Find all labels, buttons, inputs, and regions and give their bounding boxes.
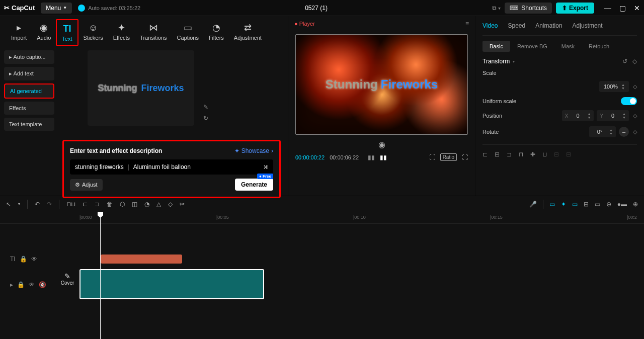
crop-frame-icon[interactable]: ✂ [180,201,185,208]
magnet-icon[interactable]: ▭ [549,201,555,208]
video-clip[interactable] [79,269,264,299]
tab-audio[interactable]: ◉Audio [32,19,56,46]
tab-captions[interactable]: ▭Captions [172,19,203,46]
delete-icon[interactable]: 🗑 [107,201,113,208]
generate-button[interactable]: ● Free Generate [235,179,273,191]
subtab-basic[interactable]: Basic [482,41,510,52]
eye-icon[interactable]: 👁 [31,256,37,263]
playhead[interactable] [100,212,101,339]
trim-left-icon[interactable]: ⊏ [83,201,88,208]
align-right-icon[interactable]: ⊐ [507,151,512,158]
tab-stickers[interactable]: ☺Stickers [78,19,108,46]
tab-text[interactable]: TIText [56,19,78,46]
timeline-ruler[interactable]: |00:00 |00:05 |00:10 |00:15 |00:2 [0,212,644,224]
player-menu-icon[interactable]: ≡ [465,20,469,27]
reset-icon[interactable]: ↺ [622,58,627,65]
align-center-v-icon[interactable]: ✚ [530,151,535,158]
align-bottom-icon[interactable]: ⊔ [542,151,547,158]
maximize-button[interactable]: ▢ [619,4,626,12]
crop-tool-icon[interactable]: ◫ [132,201,137,208]
link-icon[interactable]: ▭ [572,201,578,208]
properties-panel: Video Speed Animation Adjustment Basic R… [475,16,644,196]
mirror-icon[interactable]: △ [156,201,161,208]
tab-effects[interactable]: ✦Effects [108,19,135,46]
align-left-icon[interactable]: ⊏ [482,151,488,158]
showcase-link[interactable]: ✦ Showcase › [234,147,273,154]
cover-button[interactable]: ✎ Cover [57,272,77,286]
props-tab-video[interactable]: Video [482,22,498,29]
subtab-removebg[interactable]: Remove BG [510,41,554,52]
lock-icon[interactable]: 🔒 [17,281,25,288]
ai-text-input[interactable]: stunning fireworks | Aluminum foil ballo… [70,159,273,175]
rotate-input[interactable]: 0°▲▼ [589,126,616,137]
player-panel: ● Player ≡ Stunning Fireworks ◉ 00:00:00… [288,16,475,196]
zoom-fit-icon[interactable]: ⊕ [633,201,638,208]
tab-adjustment[interactable]: ⇄Adjustment [229,19,267,46]
sidebar-item-ai-generated[interactable]: AI generated [4,83,54,99]
speed-tool-icon[interactable]: ◔ [144,201,149,208]
video-preview[interactable]: Stunning Fireworks [295,34,468,135]
play-pause-icon[interactable]: ▮▮ [380,154,387,161]
rotate-indicator-icon[interactable]: – [619,127,629,137]
mute-icon[interactable]: 🔇 [39,281,46,288]
mic-icon[interactable]: 🎤 [529,201,537,208]
zoom-slider[interactable]: ●▬ [617,201,627,208]
align-center-h-icon[interactable]: ⊟ [495,151,500,158]
lock-icon[interactable]: 🔒 [20,256,27,263]
position-keyframe-icon[interactable]: ◇ [633,113,637,119]
uniform-scale-toggle[interactable] [621,97,637,105]
layout-icon[interactable]: ⧉ ▾ [492,5,501,12]
close-button[interactable]: ✕ [634,4,640,12]
prev-frame-icon[interactable]: ▮▮ [368,154,375,161]
split-icon[interactable]: ⊓⊔ [66,201,75,208]
trim-right-icon[interactable]: ⊐ [95,201,100,208]
tab-filters[interactable]: ◔Filters [204,19,229,46]
tab-transitions[interactable]: ⋈Transitions [135,19,172,46]
undo-icon[interactable]: ↶ [35,201,40,208]
props-tab-adjustment[interactable]: Adjustment [573,22,603,29]
minimize-button[interactable]: — [604,4,611,12]
position-y-input[interactable]: Y0▲▼ [597,110,629,121]
pointer-tool-icon[interactable]: ↖ [6,201,11,208]
subtab-mask[interactable]: Mask [554,41,582,52]
crop-icon[interactable]: ⛶ [429,154,435,161]
edit-icon[interactable]: ✎ [203,104,208,111]
sidebar-item-auto-captions[interactable]: ▸ Auto captio... [4,50,54,64]
eye-icon[interactable]: 👁 [29,281,35,288]
sidebar-item-effects[interactable]: Effects [4,102,54,115]
scale-input[interactable]: 100% ▲▼ [599,81,629,92]
upload-icon: ⬆ [562,5,567,12]
props-tab-speed[interactable]: Speed [508,22,525,29]
subtab-retouch[interactable]: Retouch [582,41,616,52]
text-preview-thumb[interactable]: Stunning Fireworks ✎ ↻ [88,50,194,126]
menu-button[interactable]: Menu▼ [41,3,72,14]
refresh-icon[interactable]: ↻ [203,115,208,122]
track-height-icon[interactable]: ⊟ [584,201,589,208]
keyframe-icon[interactable]: ◇ [632,58,637,65]
speed-icon[interactable]: ◉ [288,140,475,149]
redo-icon[interactable]: ↷ [47,201,52,208]
tab-import[interactable]: ▸Import [6,19,32,46]
position-x-input[interactable]: X0▲▼ [562,110,594,121]
adjust-button[interactable]: ⚙ Adjust [70,179,103,191]
sidebar-item-add-text[interactable]: ▸ Add text [4,67,54,80]
snap-icon[interactable]: ✦ [561,201,566,208]
ratio-button[interactable]: Ratio [440,153,457,161]
distribute-v-icon[interactable]: ⊟ [566,151,571,158]
fullscreen-icon[interactable]: ⛶ [462,154,468,161]
props-tab-animation[interactable]: Animation [535,22,562,29]
shortcuts-button[interactable]: ⌨ Shortcuts [505,3,552,14]
rotate-tool-icon[interactable]: ◇ [168,201,173,208]
zoom-out-icon[interactable]: ⊖ [606,201,611,208]
distribute-h-icon[interactable]: ⊟ [554,151,559,158]
shuffle-icon[interactable]: ⤮ [263,163,268,171]
mask-tool-icon[interactable]: ⬡ [120,201,125,208]
scale-keyframe-icon[interactable]: ◇ [633,83,637,90]
preview-mode-icon[interactable]: ▭ [595,201,600,208]
align-top-icon[interactable]: ⊓ [519,151,523,158]
rotate-keyframe-icon[interactable]: ◇ [633,129,637,135]
text-clip[interactable] [101,255,182,264]
audio-icon: ◉ [40,22,48,33]
sidebar-item-text-template[interactable]: Text template [4,118,54,131]
export-button[interactable]: ⬆ Export [556,3,594,14]
